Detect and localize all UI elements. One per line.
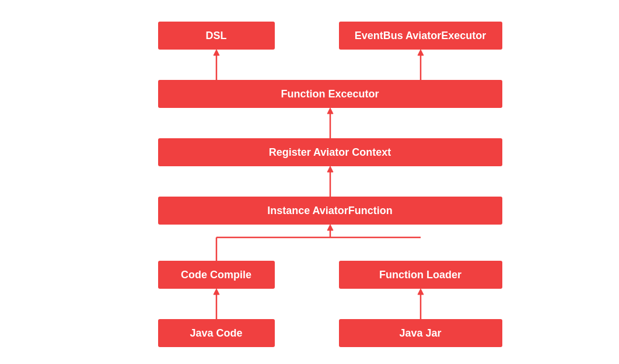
- svg-marker-7: [327, 166, 333, 172]
- box-register: Register Aviator Context: [158, 138, 502, 166]
- box-compile: Code Compile: [158, 261, 275, 289]
- svg-marker-5: [327, 108, 333, 114]
- svg-marker-14: [214, 289, 219, 295]
- svg-marker-12: [327, 225, 333, 230]
- box-javajar: Java Jar: [339, 319, 502, 347]
- svg-marker-1: [214, 50, 219, 55]
- box-loader: Function Loader: [339, 261, 502, 289]
- box-instance: Instance AviatorFunction: [158, 197, 502, 225]
- svg-marker-16: [418, 289, 424, 295]
- architecture-diagram: DSL EventBus AviatorExecutor Function Ex…: [76, 10, 543, 354]
- box-eventbus: EventBus AviatorExecutor: [339, 22, 502, 50]
- box-dsl: DSL: [158, 22, 275, 50]
- arrows-overlay: [76, 10, 543, 354]
- box-javacode: Java Code: [158, 319, 275, 347]
- svg-marker-3: [418, 50, 424, 55]
- box-executor: Function Excecutor: [158, 80, 502, 108]
